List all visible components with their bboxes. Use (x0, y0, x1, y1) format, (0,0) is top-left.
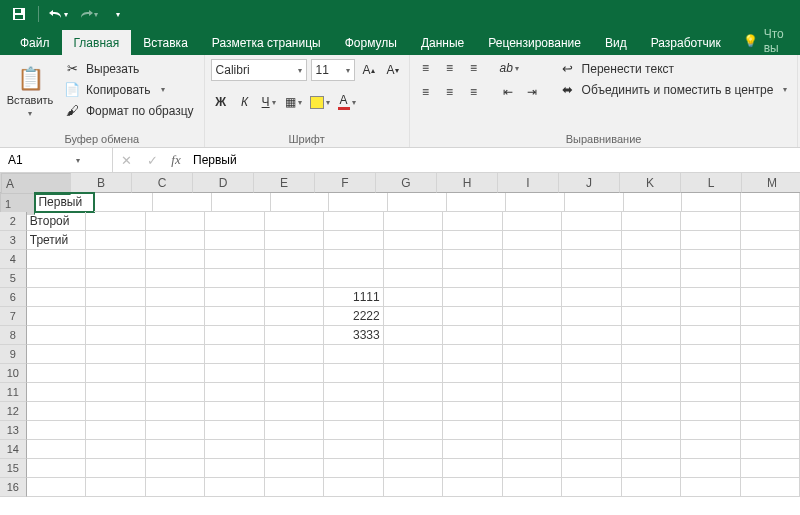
cell-K13[interactable] (622, 421, 681, 440)
cell-G13[interactable] (384, 421, 443, 440)
cell-A14[interactable] (27, 440, 86, 459)
cell-M11[interactable] (741, 383, 800, 402)
cell-K12[interactable] (622, 402, 681, 421)
redo-button[interactable]: ▾ (75, 3, 101, 25)
cell-L7[interactable] (681, 307, 740, 326)
cell-F6[interactable]: 1111 (324, 288, 383, 307)
cell-I15[interactable] (503, 459, 562, 478)
cell-D6[interactable] (205, 288, 264, 307)
cell-G1[interactable] (388, 193, 447, 212)
cell-I5[interactable] (503, 269, 562, 288)
row-header-14[interactable]: 14 (0, 440, 27, 459)
cell-E1[interactable] (271, 193, 330, 212)
cell-K2[interactable] (622, 212, 681, 231)
customize-qat-button[interactable]: ▾ (105, 3, 131, 25)
cell-F15[interactable] (324, 459, 383, 478)
cell-B2[interactable] (86, 212, 145, 231)
cell-C11[interactable] (146, 383, 205, 402)
cell-F4[interactable] (324, 250, 383, 269)
cell-M12[interactable] (741, 402, 800, 421)
column-header-F[interactable]: F (315, 173, 376, 193)
cell-A8[interactable] (27, 326, 86, 345)
cell-C5[interactable] (146, 269, 205, 288)
cell-D9[interactable] (205, 345, 264, 364)
row-header-3[interactable]: 3 (0, 231, 27, 250)
column-header-L[interactable]: L (681, 173, 742, 193)
cell-E11[interactable] (265, 383, 324, 402)
insert-function-button[interactable]: fx (165, 148, 187, 172)
cell-D16[interactable] (205, 478, 264, 497)
column-header-J[interactable]: J (559, 173, 620, 193)
column-header-A[interactable]: A (1, 173, 71, 195)
cell-E3[interactable] (265, 231, 324, 250)
name-box[interactable]: ▾ (0, 148, 113, 172)
cell-E2[interactable] (265, 212, 324, 231)
font-size-select[interactable]: 11▾ (311, 59, 355, 81)
cell-H15[interactable] (443, 459, 502, 478)
cell-C16[interactable] (146, 478, 205, 497)
cell-H14[interactable] (443, 440, 502, 459)
row-header-7[interactable]: 7 (0, 307, 27, 326)
cell-I3[interactable] (503, 231, 562, 250)
column-header-B[interactable]: B (71, 173, 132, 193)
cell-L1[interactable] (682, 193, 741, 212)
cell-H16[interactable] (443, 478, 502, 497)
cell-B16[interactable] (86, 478, 145, 497)
cell-B1[interactable] (94, 193, 153, 212)
cell-F11[interactable] (324, 383, 383, 402)
align-bottom-button[interactable]: ≡ (464, 59, 484, 77)
row-header-15[interactable]: 15 (0, 459, 27, 478)
cell-I9[interactable] (503, 345, 562, 364)
align-top-button[interactable]: ≡ (416, 59, 436, 77)
cell-L11[interactable] (681, 383, 740, 402)
cell-K5[interactable] (622, 269, 681, 288)
cell-K6[interactable] (622, 288, 681, 307)
tab-insert[interactable]: Вставка (131, 30, 200, 55)
cell-K14[interactable] (622, 440, 681, 459)
cell-G15[interactable] (384, 459, 443, 478)
cell-D5[interactable] (205, 269, 264, 288)
cell-H10[interactable] (443, 364, 502, 383)
decrease-font-button[interactable]: A▾ (383, 61, 403, 79)
cell-C6[interactable] (146, 288, 205, 307)
cell-H2[interactable] (443, 212, 502, 231)
cell-J9[interactable] (562, 345, 621, 364)
cell-F2[interactable] (324, 212, 383, 231)
cell-A10[interactable] (27, 364, 86, 383)
tab-view[interactable]: Вид (593, 30, 639, 55)
cell-H8[interactable] (443, 326, 502, 345)
cell-E14[interactable] (265, 440, 324, 459)
cell-M7[interactable] (741, 307, 800, 326)
column-header-E[interactable]: E (254, 173, 315, 193)
tell-me-search[interactable]: 💡 Что вы (733, 27, 800, 55)
merge-center-button[interactable]: ⬌Объединить и поместить в центре▾ (556, 80, 792, 99)
cell-B6[interactable] (86, 288, 145, 307)
row-header-10[interactable]: 10 (0, 364, 27, 383)
cell-C1[interactable] (153, 193, 212, 212)
cell-B3[interactable] (86, 231, 145, 250)
cell-B14[interactable] (86, 440, 145, 459)
cell-M8[interactable] (741, 326, 800, 345)
cell-I13[interactable] (503, 421, 562, 440)
row-header-2[interactable]: 2 (0, 212, 27, 231)
cell-M1[interactable] (741, 193, 800, 212)
cell-M4[interactable] (741, 250, 800, 269)
cell-I10[interactable] (503, 364, 562, 383)
cell-K8[interactable] (622, 326, 681, 345)
cell-L4[interactable] (681, 250, 740, 269)
cell-C4[interactable] (146, 250, 205, 269)
cell-H1[interactable] (447, 193, 506, 212)
cell-C2[interactable] (146, 212, 205, 231)
cell-M13[interactable] (741, 421, 800, 440)
cell-L5[interactable] (681, 269, 740, 288)
cell-C13[interactable] (146, 421, 205, 440)
tab-file[interactable]: Файл (8, 30, 62, 55)
copy-button[interactable]: 📄Копировать▾ (60, 80, 198, 99)
cell-G16[interactable] (384, 478, 443, 497)
cell-K1[interactable] (624, 193, 683, 212)
cell-A4[interactable] (27, 250, 86, 269)
cell-J15[interactable] (562, 459, 621, 478)
cell-J5[interactable] (562, 269, 621, 288)
decrease-indent-button[interactable]: ⇤ (498, 83, 518, 101)
cell-F5[interactable] (324, 269, 383, 288)
